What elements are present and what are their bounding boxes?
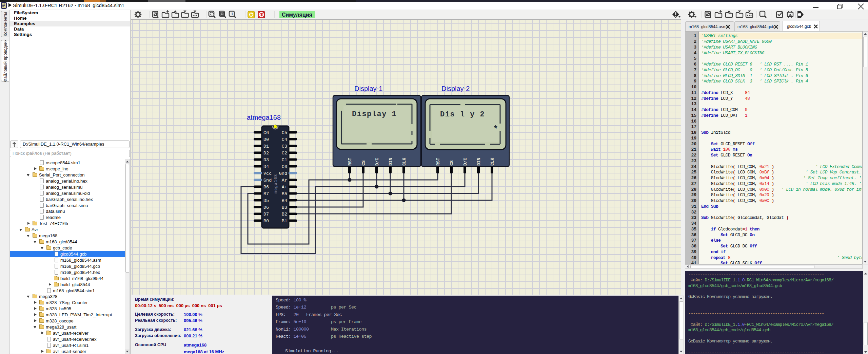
svg-text:Симуляция: Симуляция: [282, 12, 312, 18]
svg-text:atmega168: atmega168: [247, 114, 281, 121]
svg-text:Gnd: Gnd: [279, 171, 287, 176]
svg-text:D2: D2: [263, 151, 269, 156]
svg-text:D3: D3: [263, 157, 269, 163]
svg-text:B6: B6: [263, 185, 269, 190]
svg-text:Ar: Ar: [282, 178, 287, 183]
svg-text:Display 1: Display 1: [352, 110, 397, 118]
svg-text:C3: C3: [282, 144, 287, 149]
svg-text:B5: B5: [282, 191, 287, 197]
svg-text:DIN: DIN: [388, 158, 393, 166]
svg-text:RST: RST: [436, 157, 441, 166]
svg-text:B4: B4: [282, 198, 287, 203]
svg-text:Gnd: Gnd: [263, 178, 272, 183]
svg-text:C6: C6: [263, 130, 269, 135]
svg-text:C2: C2: [282, 151, 287, 156]
svg-text:B3: B3: [282, 205, 287, 210]
svg-text:C5: C5: [282, 130, 287, 135]
svg-text:CLK: CLK: [490, 157, 495, 166]
svg-text:Display-1: Display-1: [354, 85, 382, 92]
svg-text:D5: D5: [263, 198, 269, 203]
svg-text:*: *: [493, 124, 498, 134]
svg-text:D6: D6: [263, 205, 269, 210]
svg-text:D/C: D/C: [463, 157, 468, 166]
svg-text:D7: D7: [263, 212, 269, 217]
svg-text:C0: C0: [282, 164, 287, 169]
svg-text:Vcc: Vcc: [263, 171, 272, 176]
svg-text:B1: B1: [282, 219, 287, 224]
svg-text:RST: RST: [348, 157, 353, 166]
svg-text:Dis l y 2: Dis l y 2: [440, 110, 485, 119]
svg-text:D4: D4: [263, 164, 269, 169]
svg-text:1: 1: [231, 12, 233, 16]
svg-text:mega168: mega168: [274, 174, 278, 193]
svg-text:Display-2: Display-2: [441, 85, 470, 92]
svg-text:DIN: DIN: [476, 158, 481, 166]
svg-text:CLK: CLK: [402, 157, 407, 166]
svg-text:D0: D0: [263, 137, 269, 142]
svg-text:D1: D1: [263, 144, 269, 149]
svg-text:B7: B7: [263, 191, 269, 197]
svg-text:CS: CS: [361, 160, 366, 166]
svg-text:D/C: D/C: [375, 157, 380, 166]
svg-text:B0: B0: [263, 219, 269, 224]
svg-text:B2: B2: [282, 212, 287, 217]
svg-text:CS: CS: [449, 160, 454, 166]
svg-text:A+: A+: [282, 185, 287, 190]
svg-text:C1: C1: [282, 157, 287, 163]
svg-text:C4: C4: [282, 137, 287, 142]
